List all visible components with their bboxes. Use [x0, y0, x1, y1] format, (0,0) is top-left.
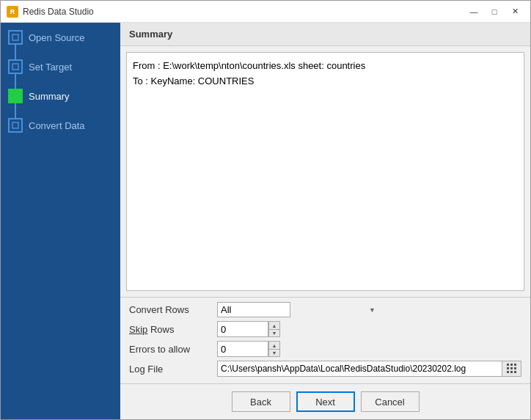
svg-rect-0: [12, 34, 18, 40]
next-button[interactable]: Next: [296, 391, 355, 412]
skip-rows-down-button[interactable]: ▼: [268, 329, 280, 337]
step-icon-summary: [8, 89, 23, 103]
log-browse-button[interactable]: [502, 361, 521, 377]
sidebar-item-open-source[interactable]: Open Source: [1, 23, 120, 52]
sidebar-label-convert-data: Convert Data: [29, 120, 85, 131]
errors-up-button[interactable]: ▲: [268, 341, 280, 349]
svg-rect-2: [12, 122, 18, 128]
minimize-button[interactable]: —: [464, 4, 483, 19]
summary-line-from: From : E:\work\temp\nton\countries.xls s…: [133, 59, 518, 74]
svg-rect-1: [12, 64, 18, 70]
convert-rows-select[interactable]: All Selected Custom: [217, 302, 290, 317]
errors-to-allow-input[interactable]: [217, 341, 268, 357]
log-file-input[interactable]: [217, 361, 502, 377]
sidebar-label-summary: Summary: [29, 91, 70, 102]
log-file-input-wrapper: [217, 361, 521, 377]
sidebar: Open Source Set Target Summary Convert D…: [1, 23, 120, 419]
log-file-label: Log File: [129, 364, 217, 375]
summary-box: From : E:\work\temp\nton\countries.xls s…: [126, 52, 524, 291]
skip-rows-input[interactable]: [217, 321, 268, 337]
select-arrow-icon: ▼: [369, 306, 376, 314]
sidebar-item-summary[interactable]: Summary: [1, 81, 120, 111]
skip-rows-spinner: ▲ ▼: [217, 321, 280, 337]
sidebar-label-set-target: Set Target: [29, 62, 72, 73]
sidebar-label-open-source: Open Source: [29, 32, 85, 43]
main-content: Open Source Set Target Summary Convert D…: [1, 23, 530, 419]
log-file-row: Log File: [129, 361, 521, 377]
skip-rows-up-button[interactable]: ▲: [268, 321, 280, 329]
form-section: Convert Rows All Selected Custom ▼ Skip …: [120, 297, 530, 383]
skip-rows-spinner-buttons: ▲ ▼: [268, 321, 280, 337]
errors-to-allow-spinner-buttons: ▲ ▼: [268, 341, 280, 357]
convert-rows-wrapper: All Selected Custom ▼: [217, 302, 378, 317]
sidebar-item-convert-data[interactable]: Convert Data: [1, 111, 120, 140]
panel-title: Summary: [120, 23, 530, 46]
browse-icon: [507, 364, 517, 374]
sidebar-item-set-target[interactable]: Set Target: [1, 52, 120, 81]
errors-down-button[interactable]: ▼: [268, 349, 280, 357]
skip-rows-row: Skip Rows ▲ ▼: [129, 321, 521, 337]
window-title: Redis Data Studio: [23, 7, 94, 17]
errors-to-allow-row: Errors to allow ▲ ▼: [129, 341, 521, 357]
skip-label-rows: Rows: [150, 324, 175, 335]
step-icon-convert-data: [8, 118, 23, 133]
errors-to-allow-spinner: ▲ ▼: [217, 341, 280, 357]
convert-rows-row: Convert Rows All Selected Custom ▼: [129, 302, 521, 317]
back-button[interactable]: Back: [232, 391, 290, 412]
convert-rows-label: Convert Rows: [129, 304, 217, 315]
summary-line-to: To : KeyName: COUNTRIES: [133, 74, 518, 89]
skip-label-skip: Skip: [129, 324, 147, 335]
cancel-button[interactable]: Cancel: [361, 391, 420, 412]
errors-to-allow-label: Errors to allow: [129, 344, 217, 355]
content-area: Summary From : E:\work\temp\nton\countri…: [120, 23, 530, 419]
close-button[interactable]: ✕: [505, 4, 524, 19]
step-icon-open-source: [8, 30, 23, 45]
title-bar: R Redis Data Studio — □ ✕: [1, 1, 530, 23]
maximize-button[interactable]: □: [485, 4, 504, 19]
button-bar: Back Next Cancel: [120, 383, 530, 419]
app-icon: R: [7, 6, 18, 18]
step-icon-set-target: [8, 59, 23, 74]
skip-rows-label: Skip Rows: [129, 324, 217, 335]
